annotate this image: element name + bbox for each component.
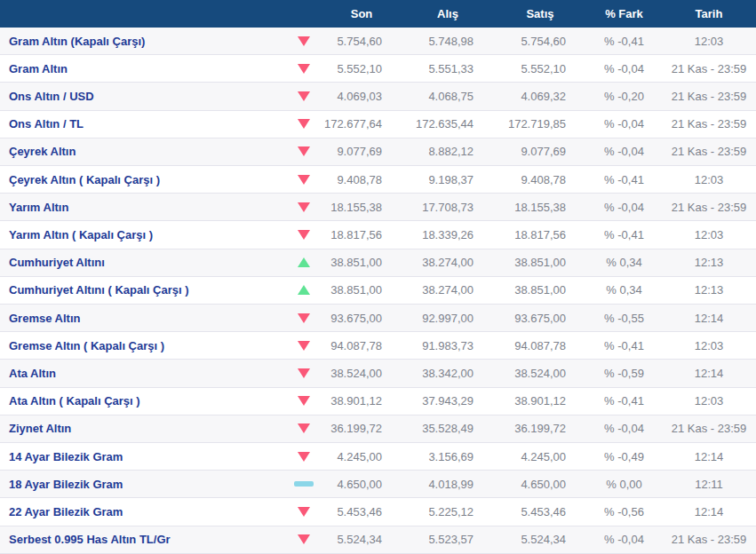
down-arrow-icon [298,368,310,378]
table-row[interactable]: 18 Ayar Bilezik Gram 4.650,00 4.018,99 4… [0,471,756,498]
down-arrow-icon [298,534,310,544]
table-row[interactable]: Gram Altın (Kapalı Çarşı) 5.754,60 5.748… [0,28,756,55]
gold-prices-table: Son Alış Satış % Fark Tarih Gram Altın (… [0,0,756,554]
down-arrow-icon [298,507,310,517]
tarih-value: 12:03 [662,394,756,408]
fark-value: % -0,04 [586,422,662,435]
table-header-row: Son Alış Satış % Fark Tarih [0,0,756,28]
table-row[interactable]: 22 Ayar Bilezik Gram 5.453,46 5.225,12 5… [0,498,756,526]
table-row[interactable]: 14 Ayar Bilezik Gram 4.245,00 3.156,69 4… [0,443,756,471]
trend-cell [286,341,322,351]
fark-value: % -0,56 [586,505,662,518]
satis-value: 18.155,38 [494,201,586,214]
down-arrow-icon [298,230,310,240]
instrument-name-link[interactable]: Cumhuriyet Altını [0,256,286,269]
instrument-name-link[interactable]: 14 Ayar Bilezik Gram [0,450,286,463]
instrument-name-link[interactable]: Cumhuriyet Altını ( Kapalı Çarşı ) [0,283,286,297]
tarih-value: 21 Kas - 23:59 [662,90,756,103]
table-row[interactable]: Gremse Altın ( Kapalı Çarşı ) 94.087,78 … [0,332,756,360]
table-row[interactable]: Serbest 0.995 Has Altın TL/Gr 5.524,34 5… [0,526,756,554]
tarih-value: 12:14 [662,450,756,463]
trend-cell [286,230,322,240]
instrument-name-link[interactable]: Ons Altın / USD [0,90,286,103]
fark-value: % 0,00 [586,478,662,491]
instrument-name-link[interactable]: Gremse Altın [0,312,286,325]
table-row[interactable]: Cumhuriyet Altını ( Kapalı Çarşı ) 38.85… [0,277,756,305]
alis-value: 3.156,69 [402,450,494,463]
table-row[interactable]: Gremse Altın 93.675,00 92.997,00 93.675,… [0,305,756,332]
table-row[interactable]: Yarım Altın ( Kapalı Çarşı ) 18.817,56 1… [0,221,756,249]
fark-value: % -0,41 [586,173,662,186]
alis-value: 5.225,12 [402,505,494,518]
trend-cell [286,175,322,185]
table-row[interactable]: Ons Altın / USD 4.069,03 4.068,75 4.069,… [0,83,756,110]
son-value: 93.675,00 [322,312,402,325]
header-son: Son [322,7,402,20]
son-value: 38.851,00 [322,256,402,269]
table-row[interactable]: Çeyrek Altın ( Kapalı Çarşı ) 9.408,78 9… [0,166,756,194]
fark-value: % -0,41 [586,394,662,408]
table-row[interactable]: Çeyrek Altın 9.077,69 8.882,12 9.077,69 … [0,138,756,166]
instrument-name-link[interactable]: Yarım Altın [0,201,286,214]
table-row[interactable]: Ziynet Altın 36.199,72 35.528,49 36.199,… [0,416,756,443]
fark-value: % -0,41 [586,228,662,241]
table-row[interactable]: Ata Altın ( Kapalı Çarşı ) 38.901,12 37.… [0,388,756,416]
instrument-name-link[interactable]: Çeyrek Altın ( Kapalı Çarşı ) [0,173,286,186]
table-row[interactable]: Cumhuriyet Altını 38.851,00 38.274,00 38… [0,249,756,277]
trend-cell [286,313,322,323]
table-row[interactable]: Yarım Altın 18.155,38 17.708,73 18.155,3… [0,194,756,221]
up-arrow-icon [298,285,310,295]
fark-value: % 0,34 [586,256,662,269]
alis-value: 35.528,49 [402,422,494,435]
flat-dash-icon [294,481,314,487]
trend-cell [286,285,322,295]
down-arrow-icon [298,119,310,129]
instrument-name-link[interactable]: Gram Altın (Kapalı Çarşı) [0,35,286,48]
instrument-name-link[interactable]: 18 Ayar Bilezik Gram [0,478,286,491]
instrument-name-link[interactable]: Ata Altın [0,367,286,380]
instrument-name-link[interactable]: 22 Ayar Bilezik Gram [0,505,286,518]
instrument-name-link[interactable]: Ziynet Altın [0,422,286,435]
son-value: 4.245,00 [322,450,402,463]
table-row[interactable]: Gram Altın 5.552,10 5.551,33 5.552,10 % … [0,55,756,83]
satis-value: 172.719,85 [494,117,586,131]
alis-value: 38.274,00 [402,283,494,297]
son-value: 4.069,03 [322,90,402,103]
son-value: 4.650,00 [322,478,402,491]
satis-value: 4.245,00 [494,450,586,463]
instrument-name-link[interactable]: Serbest 0.995 Has Altın TL/Gr [0,533,286,546]
table-body: Gram Altın (Kapalı Çarşı) 5.754,60 5.748… [0,28,756,554]
fark-value: % -0,04 [586,145,662,158]
instrument-name-link[interactable]: Ata Altın ( Kapalı Çarşı ) [0,394,286,408]
trend-cell [286,64,322,74]
instrument-name-link[interactable]: Gremse Altın ( Kapalı Çarşı ) [0,339,286,352]
tarih-value: 12:14 [662,367,756,380]
alis-value: 5.748,98 [402,35,494,48]
son-value: 36.199,72 [322,422,402,435]
fark-value: % -0,04 [586,533,662,546]
instrument-name-link[interactable]: Yarım Altın ( Kapalı Çarşı ) [0,228,286,241]
instrument-name-link[interactable]: Çeyrek Altın [0,145,286,158]
trend-cell [286,146,322,156]
trend-cell [286,91,322,101]
trend-cell [286,36,322,46]
trend-cell [286,257,322,267]
table-row[interactable]: Ata Altın 38.524,00 38.342,00 38.524,00 … [0,360,756,387]
alis-value: 38.274,00 [402,256,494,269]
satis-value: 5.453,46 [494,505,586,518]
trend-cell [286,202,322,212]
alis-value: 5.551,33 [402,62,494,75]
trend-cell [286,452,322,462]
fark-value: % -0,41 [586,339,662,352]
satis-value: 94.087,78 [494,339,586,352]
son-value: 5.754,60 [322,35,402,48]
instrument-name-link[interactable]: Ons Altın / TL [0,117,286,131]
instrument-name-link[interactable]: Gram Altın [0,62,286,75]
alis-value: 91.983,73 [402,339,494,352]
table-row[interactable]: Ons Altın / TL 172.677,64 172.635,44 172… [0,111,756,138]
trend-cell [286,507,322,517]
son-value: 9.408,78 [322,173,402,186]
tarih-value: 21 Kas - 23:59 [662,422,756,435]
satis-value: 9.077,69 [494,145,586,158]
trend-cell [286,368,322,378]
